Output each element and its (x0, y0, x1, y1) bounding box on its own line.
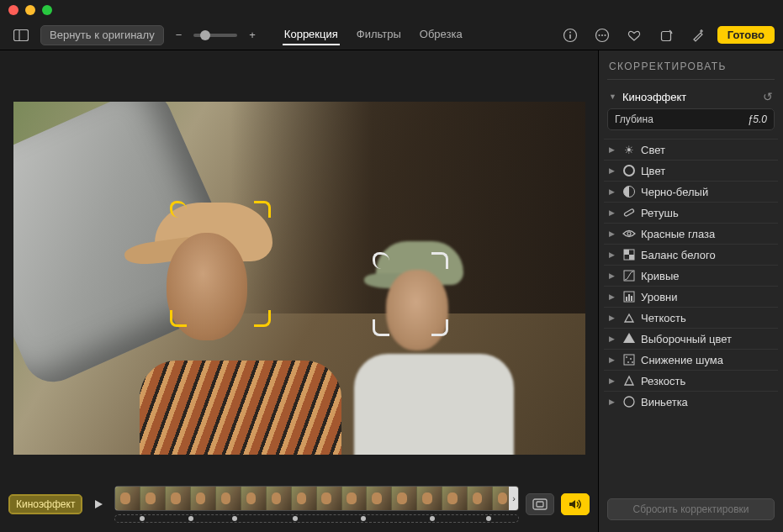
eye-icon (622, 227, 636, 240)
section-eye[interactable]: ▶Красные глаза (604, 223, 778, 244)
section-levels[interactable]: ▶Уровни (604, 286, 778, 307)
chevron-right-icon: ▶ (609, 208, 617, 217)
section-bandage[interactable]: ▶Ретушь (604, 202, 778, 223)
focus-point-marker[interactable] (140, 516, 145, 521)
zoom-out-button[interactable]: − (171, 25, 188, 45)
sun-icon (622, 143, 636, 156)
section-cinematic[interactable]: ▼ Киноэффект ↺ (604, 87, 778, 107)
focus-point-marker[interactable] (361, 516, 366, 521)
done-label: Готово (727, 29, 764, 41)
more-icon[interactable] (590, 25, 615, 45)
svg-rect-9 (661, 31, 670, 40)
section-label: Ретушь (641, 207, 679, 219)
tab-crop[interactable]: Обрезка (418, 24, 464, 45)
rotate-icon[interactable] (653, 25, 679, 45)
section-circle[interactable]: ▶Цвет (604, 160, 778, 181)
info-icon[interactable] (558, 25, 583, 45)
auto-enhance-icon[interactable] (685, 25, 711, 45)
chevron-right-icon: ▶ (609, 229, 617, 238)
section-label: Баланс белого (641, 249, 716, 261)
svg-rect-11 (537, 502, 543, 507)
section-label: Виньетка (641, 396, 688, 408)
adjust-panel-title: СКОРРЕКТИРОВАТЬ (609, 61, 773, 72)
vignette-icon (622, 395, 636, 408)
section-label: Снижение шума (641, 354, 723, 366)
reset-adjustments-button[interactable]: Сбросить корректировки (607, 498, 775, 520)
focus-point-marker[interactable] (188, 516, 193, 521)
audio-toggle[interactable] (561, 493, 590, 515)
levels-icon (622, 290, 636, 303)
half-icon (622, 185, 636, 198)
svg-rect-0 (14, 29, 29, 40)
chevron-right-icon: ▶ (609, 398, 617, 406)
tab-adjust[interactable]: Коррекция (283, 24, 340, 45)
window-close-button[interactable] (8, 5, 19, 15)
chevron-right-icon: ▶ (609, 356, 617, 364)
chevron-right-icon: ▶ (609, 145, 617, 154)
section-wb[interactable]: ▶Баланс белого (604, 244, 778, 265)
definition-icon (622, 311, 636, 324)
chevron-right-icon: ▶ (609, 313, 617, 322)
svg-rect-12 (624, 208, 634, 216)
svg-point-4 (569, 31, 571, 33)
bandage-icon (622, 206, 636, 219)
focus-point-marker[interactable] (293, 516, 298, 521)
section-selcolor[interactable]: ▶Выборочный цвет (604, 328, 778, 349)
section-vignette[interactable]: ▶Виньетка (604, 391, 778, 412)
section-sun[interactable]: ▶Свет (604, 139, 778, 160)
section-half[interactable]: ▶Черно-белый (604, 181, 778, 202)
svg-point-27 (624, 397, 634, 407)
svg-point-7 (601, 34, 603, 36)
chevron-right-icon: ▶ (609, 377, 617, 385)
svg-point-6 (598, 34, 600, 36)
revert-to-original-button[interactable]: Вернуть к оригиналу (40, 25, 164, 45)
section-label: Красные глаза (641, 228, 715, 240)
video-preview[interactable] (13, 102, 585, 455)
section-definition[interactable]: ▶Четкость (604, 307, 778, 328)
zoom-slider[interactable] (193, 34, 237, 37)
section-curves[interactable]: ▶Кривые (604, 265, 778, 286)
cinematic-badge[interactable]: Киноэффект (8, 494, 82, 514)
section-noise[interactable]: ▶Снижение шума (604, 349, 778, 370)
sidebar-toggle-icon[interactable] (8, 25, 34, 45)
tab-filters[interactable]: Фильтры (355, 24, 403, 45)
done-button[interactable]: Готово (717, 26, 775, 44)
section-label: Четкость (641, 312, 686, 324)
svg-rect-22 (624, 355, 634, 365)
favorite-icon[interactable] (622, 25, 647, 45)
reset-cinematic-icon[interactable]: ↺ (763, 90, 773, 103)
focus-point-marker[interactable] (486, 516, 491, 521)
focus-point-marker[interactable] (430, 516, 435, 521)
svg-rect-20 (628, 294, 630, 301)
circle-icon (622, 164, 636, 177)
section-cinematic-label: Киноэффект (622, 91, 686, 103)
section-label: Свет (641, 144, 665, 156)
svg-point-26 (632, 361, 633, 363)
window-zoom-button[interactable] (42, 5, 52, 15)
window-minimize-button[interactable] (25, 5, 35, 15)
depth-value: ƒ5.0 (748, 113, 767, 125)
svg-point-25 (627, 361, 629, 363)
svg-rect-19 (626, 297, 627, 301)
video-filmstrip[interactable]: ‹ › (114, 486, 519, 511)
section-label: Уровни (641, 291, 677, 303)
trim-handle-end[interactable]: › (509, 486, 519, 511)
manual-focus-toggle[interactable] (526, 493, 554, 515)
section-label: Кривые (641, 270, 680, 282)
depth-control[interactable]: Глубина ƒ5.0 (607, 108, 775, 130)
svg-point-8 (604, 34, 606, 36)
section-sharpen[interactable]: ▶Резкость (604, 370, 778, 391)
focus-point-marker[interactable] (232, 516, 237, 521)
noise-icon (622, 353, 636, 366)
chevron-down-icon: ▼ (609, 92, 617, 101)
focus-point-track[interactable] (114, 514, 519, 523)
svg-point-23 (626, 356, 627, 358)
chevron-right-icon: ▶ (609, 250, 617, 259)
svg-rect-21 (631, 296, 632, 301)
chevron-right-icon: ▶ (609, 292, 617, 301)
curves-icon (622, 269, 636, 282)
section-label: Выборочный цвет (641, 333, 732, 345)
chevron-right-icon: ▶ (609, 187, 617, 196)
play-button[interactable] (89, 495, 108, 514)
zoom-in-button[interactable]: + (244, 25, 261, 45)
